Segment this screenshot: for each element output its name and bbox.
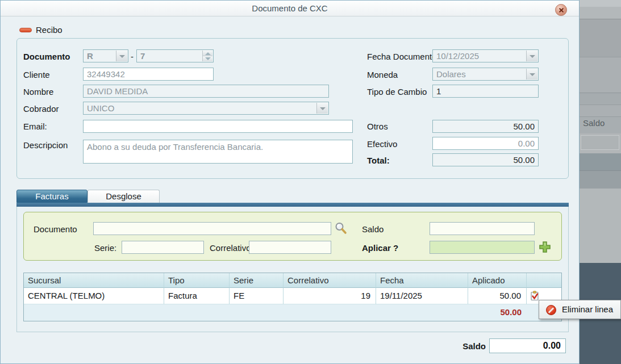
panel-serie-label: Serie: xyxy=(94,243,116,253)
chevron-down-icon xyxy=(530,73,535,76)
backdrop-band xyxy=(580,104,621,116)
chevron-down-icon xyxy=(119,55,125,58)
dialog-title: Documento de CXC xyxy=(1,1,579,16)
cancel-icon-bar xyxy=(548,307,555,313)
column-header-serie[interactable]: Serie xyxy=(230,273,284,288)
total-row-spacer xyxy=(230,304,284,321)
aplicar-label: Aplicar ? xyxy=(362,243,398,253)
backdrop-band xyxy=(580,170,621,189)
column-header-fecha[interactable]: Fecha xyxy=(376,273,468,288)
panel-serie-field[interactable] xyxy=(122,241,204,254)
cliente-label: Cliente xyxy=(23,70,50,80)
total-row-spacer xyxy=(24,304,164,321)
section-title: Recibo xyxy=(36,25,62,35)
backdrop-input-box xyxy=(581,135,619,150)
descripcion-field[interactable]: Abono a su deuda por Transferencia Banca… xyxy=(83,140,353,164)
panel-documento-field[interactable] xyxy=(93,222,331,235)
cobrador-select[interactable]: UNICO xyxy=(83,102,329,115)
panel-correlativo-field[interactable] xyxy=(249,241,331,254)
column-header-actions xyxy=(527,273,561,288)
cell-tipo[interactable]: Factura xyxy=(164,288,230,304)
tab-desglose[interactable]: Desglose xyxy=(87,190,160,203)
nombre-label: Nombre xyxy=(23,87,53,97)
total-row-spacer xyxy=(164,304,230,321)
footer-saldo-label: Saldo xyxy=(432,341,486,351)
column-header-correlativo[interactable]: Correlativo xyxy=(284,273,376,288)
panel-correlativo-label: Correlativo xyxy=(210,243,251,253)
tab-facturas[interactable]: Facturas xyxy=(16,190,87,203)
spinner-up-button[interactable] xyxy=(202,51,212,56)
documento-prefix-select[interactable]: R xyxy=(83,49,128,62)
cliente-field[interactable]: 32449342 xyxy=(83,68,214,81)
column-header-sucursal[interactable]: Sucursal xyxy=(24,273,164,288)
cobrador-label: Cobrador xyxy=(23,104,59,114)
fecha-documento-label: Fecha Documento xyxy=(367,52,437,61)
cell-correlativo[interactable]: 19 xyxy=(284,288,376,304)
backdrop-band xyxy=(580,19,621,57)
cancel-icon xyxy=(546,305,556,315)
backdrop-band xyxy=(580,7,621,19)
backdrop-saldo-header: Saldo xyxy=(583,118,605,128)
backdrop-band xyxy=(580,189,621,263)
chevron-down-icon xyxy=(530,55,535,58)
backdrop-band xyxy=(580,93,621,104)
efectivo-field[interactable]: 0.00 xyxy=(432,137,539,150)
tipo-de-cambio-field: 1 xyxy=(432,85,539,98)
table-total-row: 50.00 xyxy=(24,304,561,321)
recibo-dash-icon xyxy=(19,28,32,32)
total-label: Total: xyxy=(367,156,390,165)
backdrop-band xyxy=(580,153,621,170)
table-row[interactable]: CENTRAL (TELMO) Factura FE 19 19/11/2025… xyxy=(24,288,561,304)
documento-number-stepper[interactable]: 7 xyxy=(136,49,214,62)
total-field: 50.00 xyxy=(432,153,539,166)
fecha-dropdown-button[interactable] xyxy=(526,51,537,61)
tipo-de-cambio-label: Tipo de Cambio xyxy=(367,87,427,97)
menu-item-eliminar-linea[interactable]: Eliminar linea xyxy=(539,300,620,319)
backdrop-band xyxy=(580,57,621,93)
table-header-row: Sucursal Tipo Serie Correlativo Fecha Ap… xyxy=(24,273,561,288)
panel-documento-label: Documento xyxy=(34,224,77,234)
fecha-documento-select: 10/12/2025 xyxy=(432,49,539,62)
documento-number-value: 7 xyxy=(140,51,145,61)
invoices-table: Sucursal Tipo Serie Correlativo Fecha Ap… xyxy=(23,273,562,321)
fecha-documento-value: 10/12/2025 xyxy=(436,51,479,61)
spinner-buttons xyxy=(202,51,212,61)
add-line-plus-icon[interactable] xyxy=(538,240,552,254)
cell-fecha[interactable]: 19/11/2025 xyxy=(376,288,468,304)
total-row-spacer xyxy=(284,304,376,321)
menu-item-label: Eliminar linea xyxy=(562,300,613,319)
documento-prefix-dropdown-button[interactable] xyxy=(116,51,127,61)
email-field[interactable] xyxy=(83,120,353,133)
otros-field: 50.00 xyxy=(432,120,539,133)
moneda-value: Dolares xyxy=(436,69,466,79)
tab-strip-bar xyxy=(16,203,569,207)
panel-saldo-field[interactable] xyxy=(430,222,535,235)
documento-separator: - xyxy=(131,52,134,61)
close-icon[interactable] xyxy=(555,4,567,16)
aplicar-field[interactable] xyxy=(430,241,535,254)
total-row-spacer xyxy=(376,304,468,321)
cobrador-value: UNICO xyxy=(87,103,114,113)
cell-sucursal[interactable]: CENTRAL (TELMO) xyxy=(24,288,164,304)
cobrador-dropdown-button[interactable] xyxy=(316,103,328,114)
moneda-select: Dolares xyxy=(432,68,539,81)
otros-label: Otros xyxy=(367,122,388,131)
documento-cxc-dialog: Documento de CXC Recibo Documento R - 7 … xyxy=(0,0,580,364)
total-aplicado-value: 50.00 xyxy=(468,304,527,321)
panel-saldo-label: Saldo xyxy=(362,224,384,234)
cell-serie[interactable]: FE xyxy=(230,288,284,304)
dialog-titlebar[interactable]: Documento de CXC xyxy=(1,1,579,16)
documento-label: Documento xyxy=(23,52,70,61)
chevron-down-icon xyxy=(205,57,211,60)
column-header-tipo[interactable]: Tipo xyxy=(164,273,230,288)
moneda-dropdown-button[interactable] xyxy=(526,69,537,80)
footer-saldo-field[interactable]: 0.00 xyxy=(489,338,566,353)
efectivo-label: Efectivo xyxy=(367,139,397,149)
cell-aplicado[interactable]: 50.00 xyxy=(468,288,527,304)
email-label: Email: xyxy=(23,122,47,131)
row-context-menu: Eliminar linea xyxy=(539,300,621,319)
chevron-up-icon xyxy=(205,52,211,55)
spinner-down-button[interactable] xyxy=(202,56,212,62)
column-header-aplicado[interactable]: Aplicado xyxy=(468,273,527,288)
search-icon[interactable] xyxy=(334,221,348,235)
